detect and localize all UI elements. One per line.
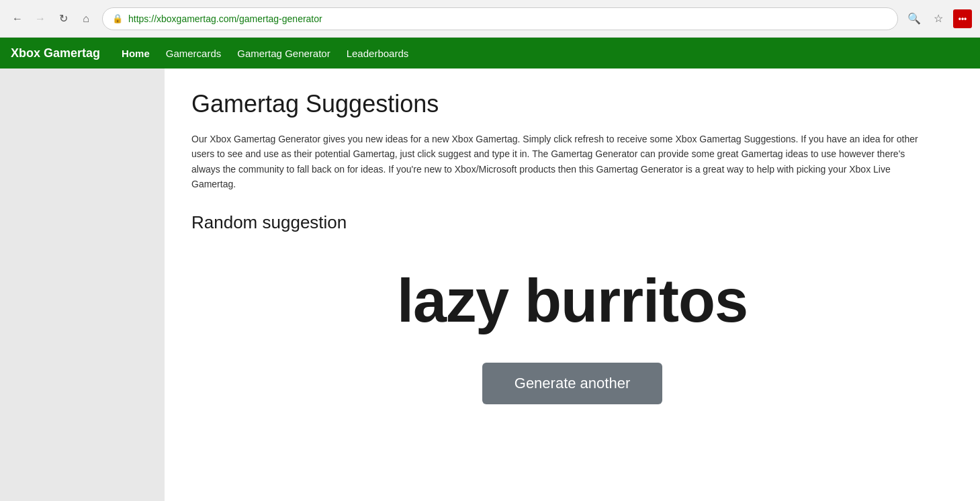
gamertag-text: lazy burritos xyxy=(191,267,953,336)
address-bar[interactable]: 🔒 https://xboxgamertag.com/gamertag-gene… xyxy=(102,7,898,30)
browser-actions: 🔍 ☆ ••• xyxy=(905,9,972,28)
generate-another-button[interactable]: Generate another xyxy=(482,363,662,404)
main-content: Gamertag Suggestions Our Xbox Gamertag G… xyxy=(165,69,980,501)
home-button[interactable]: ⌂ xyxy=(77,9,95,28)
back-button[interactable]: ← xyxy=(8,9,27,28)
lock-icon: 🔒 xyxy=(112,13,123,24)
nav-gamercards[interactable]: Gamercards xyxy=(166,48,222,59)
forward-button[interactable]: → xyxy=(31,9,50,28)
favorites-button[interactable]: ☆ xyxy=(929,9,948,28)
browser-chrome: ← → ↻ ⌂ 🔒 https://xboxgamertag.com/gamer… xyxy=(0,0,980,38)
page-wrapper: Gamertag Suggestions Our Xbox Gamertag G… xyxy=(0,69,980,501)
reload-button[interactable]: ↻ xyxy=(54,9,73,28)
nav-home[interactable]: Home xyxy=(122,48,150,59)
page-title: Gamertag Suggestions xyxy=(191,90,953,118)
gamertag-display: lazy burritos xyxy=(191,253,953,363)
sidebar xyxy=(0,69,165,501)
page-description: Our Xbox Gamertag Generator gives you ne… xyxy=(191,132,930,192)
section-title: Random suggestion xyxy=(191,212,953,233)
nav-buttons: ← → ↻ ⌂ xyxy=(8,9,95,28)
site-logo: Xbox Gamertag xyxy=(11,46,100,60)
zoom-out-button[interactable]: 🔍 xyxy=(905,9,924,28)
nav-leaderboards[interactable]: Leaderboards xyxy=(347,48,409,59)
menu-button[interactable]: ••• xyxy=(953,9,972,28)
nav-gamertag-generator[interactable]: Gamertag Generator xyxy=(237,48,330,59)
site-nav: Xbox Gamertag Home Gamercards Gamertag G… xyxy=(0,38,980,69)
url-text: https://xboxgamertag.com/gamertag-genera… xyxy=(128,13,888,24)
